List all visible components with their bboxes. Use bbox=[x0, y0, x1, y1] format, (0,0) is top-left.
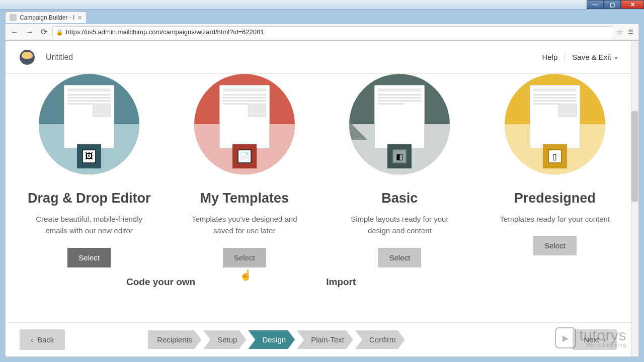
campaign-title: Untitled bbox=[46, 53, 73, 62]
card-desc: Simple layouts ready for your design and… bbox=[339, 213, 460, 237]
play-icon: ▶ bbox=[555, 327, 576, 348]
chevron-left-icon: ‹ bbox=[31, 335, 33, 344]
select-button-drag-drop[interactable]: Select bbox=[67, 248, 111, 267]
lock-icon: 🔒 bbox=[56, 29, 63, 36]
subsection-labels: Code your own Import bbox=[11, 277, 633, 288]
back-icon[interactable]: ← bbox=[9, 27, 21, 38]
chevron-down-icon: ▾ bbox=[615, 55, 617, 61]
step-recipients[interactable]: Recipients bbox=[148, 330, 201, 349]
wizard-footer: ‹ Back Recipients Setup Design Plain-Tex… bbox=[6, 322, 631, 356]
select-button-my-templates[interactable]: Select bbox=[223, 248, 266, 267]
step-design[interactable]: Design bbox=[248, 330, 295, 349]
window-maximize-button[interactable]: ▢ bbox=[604, 0, 621, 9]
illustration-my-templates: 📄 bbox=[194, 74, 295, 174]
illustration-basic: ◧ bbox=[349, 74, 450, 174]
paint-bucket-icon: ▯ bbox=[548, 149, 562, 163]
mailchimp-logo-icon[interactable] bbox=[20, 50, 35, 65]
reload-icon[interactable]: ⟳ bbox=[39, 26, 49, 38]
step-plain-text[interactable]: Plain-Text bbox=[297, 330, 353, 349]
browser-tab-strip: Campaign Builder - I ✕ bbox=[5, 10, 639, 24]
bookmark-star-icon[interactable]: ☆ bbox=[616, 28, 623, 37]
forward-icon[interactable]: → bbox=[24, 27, 36, 38]
code-your-own-heading: Code your own bbox=[126, 277, 195, 288]
save-exit-label: Save & Exit bbox=[572, 53, 611, 61]
page-viewport: Untitled Help Save & Exit ▾ 🖼 Drag & Dro… bbox=[5, 40, 639, 357]
card-title: Drag & Drop Editor bbox=[28, 191, 151, 206]
card-predesigned: ▯ Predesigned Templates ready for your c… bbox=[481, 79, 628, 267]
card-desc: Create beautiful, mobile-friendly emails… bbox=[29, 213, 149, 237]
browser-toolbar: ← → ⟳ 🔒 https://us5.admin.mailchimp.com/… bbox=[5, 24, 639, 40]
card-my-templates: 📄 My Templates Templates you've designed… bbox=[171, 79, 318, 267]
watermark-brand: tutorys bbox=[579, 328, 626, 343]
card-title: Basic bbox=[381, 191, 418, 206]
cube-icon: ◧ bbox=[392, 149, 407, 163]
watermark-tagline: Micro Learning bbox=[579, 343, 626, 348]
back-label: Back bbox=[37, 335, 54, 344]
template-type-grid: 🖼 Drag & Drop Editor Create beautiful, m… bbox=[6, 74, 638, 288]
card-title: My Templates bbox=[200, 191, 289, 206]
chrome-menu-icon[interactable]: ≡ bbox=[626, 27, 635, 37]
step-confirm[interactable]: Confirm bbox=[355, 330, 405, 349]
card-basic: ◧ Basic Simple layouts ready for your de… bbox=[326, 79, 473, 267]
card-desc: Templates ready for your content bbox=[500, 213, 610, 225]
window-close-button[interactable]: ✕ bbox=[621, 0, 644, 9]
document-icon: 📄 bbox=[237, 149, 252, 163]
back-button[interactable]: ‹ Back bbox=[20, 329, 65, 350]
vertical-scrollbar[interactable] bbox=[631, 41, 638, 356]
tutorys-watermark: ▶ tutorys Micro Learning bbox=[555, 327, 626, 348]
import-heading: Import bbox=[326, 277, 356, 288]
select-button-basic[interactable]: Select bbox=[378, 248, 421, 267]
illustration-predesigned: ▯ bbox=[505, 74, 605, 174]
card-title: Predesigned bbox=[514, 191, 596, 206]
app-header: Untitled Help Save & Exit ▾ bbox=[6, 41, 638, 74]
scroll-thumb[interactable] bbox=[631, 111, 638, 202]
card-desc: Templates you've designed and saved for … bbox=[184, 213, 305, 237]
window-titlebar: — ▢ ✕ bbox=[0, 0, 644, 10]
image-icon: 🖼 bbox=[82, 149, 96, 163]
tab-title: Campaign Builder - I bbox=[20, 14, 74, 21]
card-drag-drop-editor: 🖼 Drag & Drop Editor Create beautiful, m… bbox=[16, 79, 163, 267]
wizard-steps: Recipients Setup Design Plain-Text Confi… bbox=[148, 330, 407, 349]
tab-favicon bbox=[10, 14, 17, 21]
help-link[interactable]: Help bbox=[535, 53, 565, 61]
tab-close-icon[interactable]: ✕ bbox=[77, 15, 82, 21]
window-minimize-button[interactable]: — bbox=[587, 0, 604, 9]
illustration-drag-drop: 🖼 bbox=[39, 74, 139, 174]
address-bar[interactable]: 🔒 https://us5.admin.mailchimp.com/campai… bbox=[52, 26, 613, 38]
browser-tab[interactable]: Campaign Builder - I ✕ bbox=[5, 12, 87, 23]
save-exit-button[interactable]: Save & Exit ▾ bbox=[565, 53, 624, 61]
step-setup[interactable]: Setup bbox=[203, 330, 246, 349]
select-button-predesigned[interactable]: Select bbox=[533, 236, 577, 255]
url-text: https://us5.admin.mailchimp.com/campaign… bbox=[66, 28, 264, 36]
